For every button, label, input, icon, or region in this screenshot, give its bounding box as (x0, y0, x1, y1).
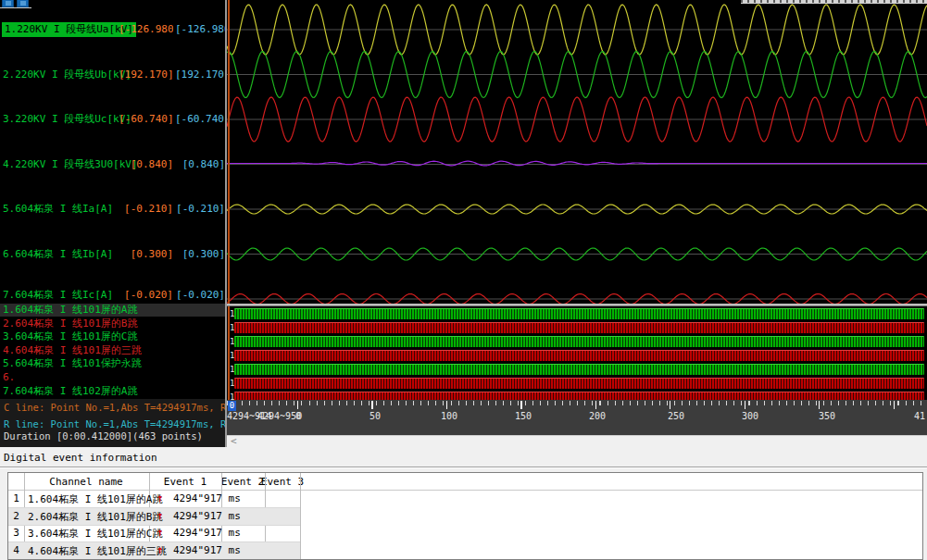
digital-channel-label[interactable]: 6. (3, 371, 15, 384)
axis-tick-label: 41 (914, 411, 925, 421)
event1-time: 4294"917 ms (173, 510, 241, 522)
event-table-row[interactable]: 33.604柘泉 I 线101屏的C跳↑4294"917 ms (8, 525, 300, 542)
digital-channel-row[interactable]: 4.604柘泉 I 线101屏的三跳 (0, 344, 225, 357)
event-table-row[interactable]: 22.604柘泉 I 线101屏的B跳↑4294"917 ms (8, 508, 300, 526)
r-line-status: R line: Point No.=1,Abs T=4294917ms, Rel… (4, 418, 225, 429)
analog-channel-label[interactable]: 1.220KV I 段母线Ua[kV] (2, 22, 136, 37)
digital-state-bar (234, 392, 924, 400)
analog-channel-row[interactable]: 2.220KV I 段母线Ub[kV][192.170][192.170] (0, 68, 225, 82)
digital-state-bar (234, 378, 924, 389)
toolbar-divider (0, 7, 31, 8)
table-column-divider (300, 473, 301, 560)
horizontal-scrollbar[interactable]: < (227, 435, 927, 447)
channel-value-cursor-c: [-60.740] (119, 112, 173, 127)
channel-value-cursor-r: [-0.020] (175, 288, 225, 303)
analog-channel-label[interactable]: 3.220KV I 段母线Uc[kV] (3, 112, 132, 127)
analog-channel-label[interactable]: 2.220KV I 段母线Ub[kV] (3, 68, 132, 82)
axis-tick-label: 350 (819, 411, 835, 421)
digital-channel-label[interactable]: 1.604柘泉 I 线101屏的A跳 (3, 304, 137, 317)
analog-channel-row[interactable]: 5.604柘泉 I 线Ia[A][-0.210][-0.210] (0, 202, 225, 217)
digital-channel-label[interactable]: 4.604柘泉 I 线101屏的三跳 (3, 344, 142, 357)
event1-time: 4294"917 ms (173, 527, 241, 539)
clipped-window-title (741, 0, 927, 4)
digital-event-table[interactable]: Channel nameEvent 1Event 2Event 3 11.604… (7, 472, 923, 560)
table-column-header[interactable]: Event 3 (261, 476, 304, 488)
analog-channel-row[interactable]: 3.220KV I 段母线Uc[kV][-60.740][-60.740] (0, 112, 225, 127)
event-channel-name: 1.604柘泉 I 线101屏的A跳 (28, 492, 162, 506)
toolbar-icon-glyph (20, 1, 26, 6)
event-channel-name: 4.604柘泉 I 线101屏的三跳 (28, 544, 167, 558)
event-rising-edge-arrow-icon: ↑ (157, 509, 163, 522)
analog-channel-label[interactable]: 5.604柘泉 I 线Ia[A] (3, 202, 113, 217)
digital-channel-row[interactable]: 7.604柘泉 I 线102屏的A跳 (0, 385, 225, 398)
event-info-section: Digital event information Channel nameEv… (0, 447, 927, 560)
event-row-number: 1 (8, 492, 24, 504)
event-rising-edge-arrow-icon: ↑ (157, 492, 163, 504)
toolbar-pan-icon[interactable] (17, 0, 29, 7)
digital-channel-row[interactable]: 2.604柘泉 I 线101屏的B跳 (0, 317, 225, 330)
toolbar-zoom-icon[interactable] (2, 0, 14, 7)
digital-channel-row[interactable]: 3.604柘泉 I 线101屏的C跳 (0, 330, 225, 343)
event-table-header: Channel nameEvent 1Event 2Event 3 (8, 473, 923, 491)
event-channel-name: 3.604柘泉 I 线101屏的C跳 (28, 527, 162, 541)
analog-waveform-panel[interactable] (227, 0, 927, 304)
event-row-number: 2 (8, 510, 24, 522)
digital-state-bar (234, 350, 924, 361)
axis-major-ticks (297, 401, 927, 409)
event-rising-edge-arrow-icon: ↑ (157, 543, 163, 556)
digital-channel-row[interactable]: 1.604柘泉 I 线101屏的A跳 (0, 304, 225, 317)
axis-tick-label: 0 (295, 411, 301, 421)
channel-value-cursor-c: [0.840] (119, 157, 173, 172)
duration-status: Duration [0:00.412000](463 points) (4, 430, 203, 442)
table-column-header[interactable]: Event 2 (221, 476, 264, 488)
cursor-position-marker[interactable]: 0 (228, 401, 236, 411)
channel-value-cursor-c: [192.170] (119, 68, 173, 82)
analog-channel-label[interactable]: 7.604柘泉 I 线Ic[A] (3, 288, 113, 303)
analog-channel-label[interactable]: 6.604柘泉 I 线Ib[A] (3, 247, 113, 262)
digital-channel-label[interactable]: 3.604柘泉 I 线101屏的C跳 (3, 330, 137, 343)
digital-channel-row[interactable]: 5.604柘泉 I 线101保护永跳 (0, 357, 225, 370)
waveform-trace (227, 161, 927, 166)
r-cursor-line[interactable] (228, 0, 230, 304)
cursor-status-area: C line: Point No.=1,Abs T=4294917ms, Rel… (0, 399, 225, 447)
event-table-row[interactable]: 44.604柘泉 I 线101屏的三跳↑4294"917 ms (8, 542, 300, 560)
event-table-row[interactable]: 11.604柘泉 I 线101屏的A跳↑4294"917 ms (8, 491, 300, 508)
analog-channel-row[interactable]: 1.220KV I 段母线Ua[kV][-126.980][-126.980] (0, 22, 225, 37)
channel-value-cursor-c: [0.300] (119, 247, 173, 262)
c-line-status: C line: Point No.=1,Abs T=4294917ms, Rel… (4, 402, 225, 413)
table-column-header[interactable]: Event 1 (164, 476, 207, 488)
axis-tick-label: 200 (589, 411, 606, 421)
wave-viewer-app: 1.220KV I 段母线Ua[kV][-126.980][-126.980]2… (0, 0, 927, 560)
analog-channel-row[interactable]: 4.220KV I 段母线3U0[kV][0.840][0.840] (0, 157, 225, 172)
event-section-title: Digital event information (4, 452, 157, 464)
analog-channel-label[interactable]: 4.220KV I 段母线3U0[kV] (3, 157, 138, 172)
scroll-left-arrow-icon[interactable]: < (231, 435, 237, 447)
digital-state-bar (234, 322, 924, 333)
digital-channel-label[interactable]: 5.604柘泉 I 线101保护永跳 (3, 357, 142, 370)
digital-channel-row[interactable]: 6. (0, 371, 225, 384)
section-divider (0, 467, 927, 468)
channel-value-cursor-r: [-0.210] (175, 202, 225, 217)
table-column-header[interactable]: Channel name (49, 476, 122, 488)
time-axis[interactable]: 0 4294~9144294~9500501001502002503003504… (227, 400, 927, 435)
digital-state-bar (234, 364, 924, 375)
digital-waveform-panel[interactable]: 1111111 (227, 306, 927, 400)
axis-tick-label: 250 (668, 411, 684, 421)
digital-channel-label[interactable]: 2.604柘泉 I 线101屏的B跳 (3, 317, 137, 330)
event-channel-name: 2.604柘泉 I 线101屏的B跳 (28, 510, 162, 524)
analog-channel-row[interactable]: 6.604柘泉 I 线Ib[A][0.300][0.300] (0, 247, 225, 262)
waveform-svg (227, 0, 927, 304)
event1-time: 4294"917 ms (173, 492, 241, 504)
analog-channel-row[interactable]: 7.604柘泉 I 线Ic[A][-0.020][-0.020] (0, 288, 225, 303)
channel-value-cursor-r: [-60.740] (175, 112, 225, 127)
digital-channel-label[interactable]: 7.604柘泉 I 线102屏的A跳 (3, 385, 137, 398)
channel-list-panel: 1.220KV I 段母线Ua[kV][-126.980][-126.980]2… (0, 0, 225, 447)
channel-value-cursor-r: [0.300] (175, 247, 225, 262)
channel-value-cursor-c: [-126.980] (119, 22, 173, 37)
channel-value-cursor-c: [-0.210] (119, 202, 173, 217)
digital-state-bar (234, 308, 924, 319)
axis-tick-label: 150 (515, 411, 532, 421)
event1-time: 4294"917 ms (173, 544, 241, 556)
event-row-number: 4 (8, 544, 24, 556)
event-row-number: 3 (8, 527, 24, 539)
